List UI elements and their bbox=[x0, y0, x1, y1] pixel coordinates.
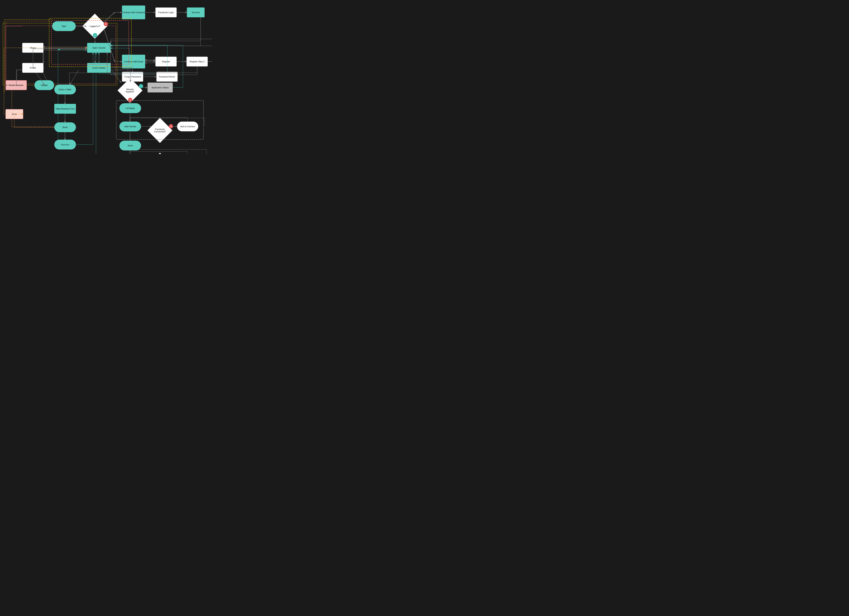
logged-in-check-badge: ✓ bbox=[93, 33, 97, 37]
about-node: About bbox=[22, 43, 43, 53]
svg-line-19 bbox=[111, 70, 121, 83]
facebook-login-node: Facebook Login bbox=[155, 7, 177, 17]
continue-email-node: Continue with Email bbox=[122, 55, 145, 68]
application-status-node: Application Status bbox=[147, 83, 173, 92]
table-booking-form-node: Table Booking Form bbox=[54, 104, 76, 114]
continue-facebook-node: Continue with Facebook bbox=[122, 6, 145, 19]
ask-connect-node: Ask to Connect bbox=[177, 122, 198, 131]
list-apply-node: List Apply bbox=[119, 103, 141, 113]
book-table-node: Book a Table bbox=[54, 85, 76, 94]
add-friends-node: Add Friends bbox=[119, 122, 141, 131]
flowchart: Start Logged in? ✕ ✓ Continue with Faceb… bbox=[0, 0, 212, 154]
profile-node: Profile bbox=[22, 63, 43, 73]
start-node: Start bbox=[52, 21, 76, 31]
facebook-connected-x: ✕ bbox=[169, 124, 173, 128]
start-events-node: Start / Events bbox=[87, 43, 111, 53]
success-top-node: Success bbox=[187, 7, 205, 17]
facebook-connected-node: Facebook Connected? bbox=[151, 122, 169, 139]
send-node: Send bbox=[119, 141, 141, 150]
register-step2-node: Register Step 2 bbox=[186, 57, 208, 67]
event-details-node: Event Details bbox=[87, 63, 111, 73]
svg-line-42 bbox=[104, 12, 115, 22]
already-applied-node: Already Applied? bbox=[121, 82, 139, 99]
svg-line-7 bbox=[104, 12, 115, 22]
error-node: Error bbox=[6, 109, 23, 119]
forgot-password-node: Forgot Password bbox=[122, 72, 143, 82]
success-book-node: Success bbox=[54, 140, 76, 149]
svg-line-18 bbox=[70, 70, 79, 85]
already-applied-check: ✓ bbox=[139, 84, 143, 88]
logged-in-node: Logged in? bbox=[86, 17, 104, 35]
register-node: Register bbox=[155, 57, 177, 67]
logged-in-x-badge: ✕ bbox=[104, 22, 108, 26]
password-reset-node: Password Reset bbox=[156, 72, 178, 82]
book-node: Book bbox=[54, 122, 76, 132]
delete-account-node: Delete Account bbox=[6, 80, 27, 90]
already-applied-x: ✕ bbox=[128, 98, 133, 102]
update-node: Update bbox=[34, 80, 54, 90]
